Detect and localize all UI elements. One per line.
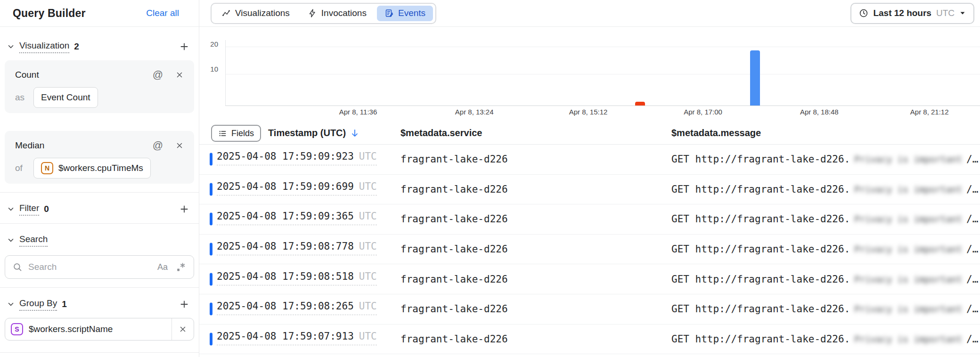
x-tick-label: Apr 8, 11:36	[339, 108, 377, 116]
add-visualization-button[interactable]	[179, 41, 189, 52]
table-row[interactable]: 2025-04-08 17:59:08:778UTCfragrant-lake-…	[199, 235, 980, 265]
count-alias-select[interactable]: Event Count	[33, 87, 98, 108]
table-row[interactable]: 2025-04-08 17:59:09:699UTCfragrant-lake-…	[199, 175, 980, 205]
x-tick-label: Apr 8, 15:12	[569, 108, 608, 116]
number-type-badge: N	[41, 162, 53, 174]
section-search-header: Search	[0, 233, 199, 247]
page-title: Query Builder	[13, 7, 86, 20]
row-message: GET http://fragrant-lake-d226.Privacy is…	[671, 154, 978, 165]
row-timestamp: 2025-04-08 17:59:08:778UTC	[217, 241, 377, 255]
column-label: $metadata.message	[671, 128, 761, 138]
row-message-redacted: Privacy is important	[854, 334, 962, 344]
row-accent-bar	[210, 153, 212, 166]
y-tick-label: 20	[199, 40, 218, 48]
clock-icon	[859, 8, 868, 18]
count-alias-value: Event Count	[41, 92, 90, 103]
row-message: GET http://fragrant-lake-d226.Privacy is…	[671, 274, 978, 285]
tab-visualizations[interactable]: Visualizations	[214, 6, 297, 21]
sidebar-divider	[199, 0, 199, 357]
row-accent-bar	[210, 303, 212, 316]
chart-bar[interactable]	[635, 102, 645, 105]
match-case-toggle[interactable]: Aa	[157, 262, 168, 272]
add-group-by-button[interactable]	[179, 299, 189, 309]
clear-all-link[interactable]: Clear all	[146, 8, 179, 18]
row-message-redacted: Privacy is important	[854, 214, 962, 224]
row-service: fragrant-lake-d226	[400, 213, 508, 225]
event-count-chart: 2010 Apr 8, 11:36Apr 8, 13:24Apr 8, 15:1…	[199, 27, 980, 122]
events-panel: 2010 Apr 8, 11:36Apr 8, 13:24Apr 8, 15:1…	[199, 27, 980, 357]
chevron-down-icon[interactable]	[7, 300, 15, 308]
divider	[0, 223, 199, 224]
column-label: $metadata.service	[400, 128, 482, 138]
top-bar-left: Query Builder Clear all	[0, 7, 199, 20]
filter-count: 0	[44, 204, 49, 214]
table-header: Fields Timestamp (UTC) $metadata.service…	[199, 122, 980, 145]
card-title: Median	[15, 140, 44, 151]
x-axis-ticks: Apr 8, 11:36Apr 8, 13:24Apr 8, 15:12Apr …	[225, 108, 980, 120]
tab-invocations[interactable]: Invocations	[300, 6, 374, 21]
tab-label: Events	[398, 8, 425, 18]
chevron-down-icon[interactable]	[7, 236, 15, 244]
event-rows: 2025-04-08 17:59:09:923UTCfragrant-lake-…	[199, 145, 980, 357]
close-icon[interactable]	[175, 141, 184, 150]
add-filter-button[interactable]	[179, 204, 189, 214]
column-header-message: $metadata.message	[671, 122, 761, 145]
search-placeholder: Search	[28, 262, 57, 272]
row-accent-bar	[210, 273, 212, 285]
sort-descending-icon	[350, 128, 360, 138]
preposition-label: as	[15, 92, 29, 103]
row-message: GET http://fragrant-lake-d226.Privacy is…	[671, 303, 978, 315]
table-row[interactable]: 2025-04-08 17:59:08:265UTCfragrant-lake-…	[199, 294, 980, 325]
row-service: fragrant-lake-d226	[400, 243, 508, 255]
row-accent-bar	[210, 333, 212, 345]
fields-button[interactable]: Fields	[211, 125, 261, 142]
top-bar: Query Builder Clear all Visualizations	[0, 0, 980, 27]
x-tick-label: Apr 8, 21:12	[910, 108, 949, 116]
median-field-select[interactable]: N $workers.cpuTimeMs	[33, 158, 151, 178]
row-accent-bar	[210, 213, 212, 226]
tab-label: Visualizations	[235, 8, 290, 18]
chevron-down-icon[interactable]	[7, 42, 15, 51]
observability-query-builder-page: Query Builder Clear all Visualizations	[0, 0, 980, 357]
line-chart-icon	[221, 8, 231, 18]
regex-toggle-icon[interactable]	[175, 261, 187, 273]
memo-icon	[384, 8, 394, 18]
row-service: fragrant-lake-d226	[400, 274, 508, 285]
time-range-label: Last 12 hours	[873, 8, 931, 18]
chart-bar[interactable]	[750, 50, 760, 105]
row-accent-bar	[210, 243, 212, 256]
remove-group-by-button[interactable]	[172, 325, 194, 333]
row-service: fragrant-lake-d226	[400, 303, 508, 315]
group-by-field-select[interactable]: S $workers.scriptName	[5, 318, 194, 341]
time-range-selector[interactable]: Last 12 hours UTC	[850, 3, 974, 24]
row-accent-bar	[210, 183, 212, 195]
divider	[0, 287, 199, 288]
at-mention-icon[interactable]: @	[153, 70, 163, 80]
list-icon	[218, 129, 227, 138]
chevron-down-icon[interactable]	[7, 205, 15, 213]
section-filter-header: Filter 0	[0, 202, 199, 216]
table-row[interactable]: 2025-04-08 17:59:08:518UTCfragrant-lake-…	[199, 264, 980, 294]
table-row[interactable]: 2025-04-08 17:59:09:365UTCfragrant-lake-…	[199, 204, 980, 235]
median-field-value: $workers.cpuTimeMs	[58, 163, 143, 173]
visualization-count: 2	[74, 41, 79, 52]
table-row[interactable]: 2025-04-08 17:59:07:913UTCfragrant-lake-…	[199, 325, 980, 355]
tab-events[interactable]: Events	[377, 6, 433, 21]
close-icon[interactable]	[175, 71, 184, 79]
visualization-card-median: Median @ of N $workers.cpuTimeMs	[5, 131, 194, 184]
string-type-badge: S	[11, 323, 23, 335]
table-row[interactable]: 2025-04-08 17:59:09:923UTCfragrant-lake-…	[199, 145, 980, 175]
search-input[interactable]: Search Aa	[5, 255, 194, 279]
query-builder-sidebar: Visualization 2 Count @ as Event Count	[0, 27, 199, 357]
group-by-value: $workers.scriptName	[29, 324, 113, 334]
row-message: GET http://fragrant-lake-d226.Privacy is…	[671, 184, 978, 195]
x-tick-label: Apr 8, 18:48	[800, 108, 839, 116]
at-mention-icon[interactable]: @	[153, 140, 163, 151]
row-service: fragrant-lake-d226	[400, 184, 508, 195]
row-message-redacted: Privacy is important	[854, 184, 962, 195]
row-service: fragrant-lake-d226	[400, 333, 508, 345]
column-header-timestamp[interactable]: Timestamp (UTC)	[268, 122, 360, 145]
row-message-redacted: Privacy is important	[854, 304, 962, 314]
lightning-icon	[308, 8, 317, 18]
column-header-service: $metadata.service	[400, 122, 482, 145]
